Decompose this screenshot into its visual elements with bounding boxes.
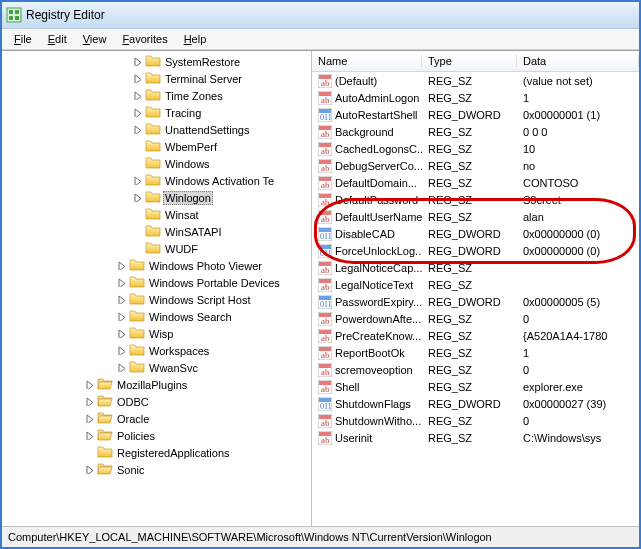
cell-type: REG_DWORD	[422, 109, 517, 121]
tree-item[interactable]: SystemRestore	[4, 53, 311, 70]
list-row[interactable]: DefaultDomain...REG_SZCONTOSO	[312, 174, 639, 191]
tree-item[interactable]: Windows Search	[4, 308, 311, 325]
expand-icon[interactable]	[116, 345, 127, 356]
value-name: ShutdownFlags	[335, 398, 411, 410]
list-row[interactable]: AutoAdminLogonREG_SZ1	[312, 89, 639, 106]
tree-item[interactable]: Windows Portable Devices	[4, 274, 311, 291]
list-row[interactable]: scremoveoptionREG_SZ0	[312, 361, 639, 378]
list-row[interactable]: DebugServerCo...REG_SZno	[312, 157, 639, 174]
menu-view[interactable]: View	[75, 31, 115, 47]
expand-icon[interactable]	[132, 192, 143, 203]
body: SystemRestoreTerminal ServerTime ZonesTr…	[2, 50, 639, 526]
col-data[interactable]: Data	[517, 55, 639, 67]
tree-item[interactable]: WbemPerf	[4, 138, 311, 155]
expand-icon[interactable]	[84, 396, 95, 407]
tree-item[interactable]: Windows Script Host	[4, 291, 311, 308]
expand-icon[interactable]	[132, 73, 143, 84]
list-row[interactable]: UserinitREG_SZC:\Windows\sys	[312, 429, 639, 446]
tree-label: WwanSvc	[147, 362, 200, 374]
list-row[interactable]: ShutdownWitho...REG_SZ0	[312, 412, 639, 429]
expand-icon[interactable]	[84, 430, 95, 441]
folder-icon	[145, 121, 163, 139]
menu-edit[interactable]: Edit	[40, 31, 75, 47]
value-name: PasswordExpiry...	[335, 296, 422, 308]
expand-icon[interactable]	[132, 56, 143, 67]
tree-item[interactable]: Terminal Server	[4, 70, 311, 87]
cell-name: Userinit	[312, 431, 422, 445]
tree-item[interactable]: WwanSvc	[4, 359, 311, 376]
tree-item[interactable]: Policies	[4, 427, 311, 444]
cell-data: 0x00000005 (5)	[517, 296, 639, 308]
list-row[interactable]: DisableCADREG_DWORD0x00000000 (0)	[312, 225, 639, 242]
tree-item[interactable]: Winsat	[4, 206, 311, 223]
tree-item[interactable]: Tracing	[4, 104, 311, 121]
tree-pane[interactable]: SystemRestoreTerminal ServerTime ZonesTr…	[2, 51, 312, 526]
expand-icon[interactable]	[132, 175, 143, 186]
tree-item[interactable]: Workspaces	[4, 342, 311, 359]
tree-item[interactable]: UnattendSettings	[4, 121, 311, 138]
titlebar[interactable]: Registry Editor	[2, 2, 639, 29]
tree-item[interactable]: Winlogon	[4, 189, 311, 206]
cell-type: REG_SZ	[422, 177, 517, 189]
col-type[interactable]: Type	[422, 55, 517, 67]
list-row[interactable]: ForceUnlockLog...REG_DWORD0x00000000 (0)	[312, 242, 639, 259]
list-row[interactable]: CachedLogonsC...REG_SZ10	[312, 140, 639, 157]
list-row[interactable]: ShellREG_SZexplorer.exe	[312, 378, 639, 395]
tree-item[interactable]: Sonic	[4, 461, 311, 478]
tree-item[interactable]: WinSATAPI	[4, 223, 311, 240]
list-row[interactable]: (Default)REG_SZ(value not set)	[312, 72, 639, 89]
string-value-icon	[318, 210, 332, 224]
cell-type: REG_SZ	[422, 160, 517, 172]
col-name[interactable]: Name	[312, 55, 422, 67]
menu-help[interactable]: Help	[176, 31, 215, 47]
tree-item[interactable]: Windows	[4, 155, 311, 172]
list-row[interactable]: DefaultPasswordREG_SZS3creet	[312, 191, 639, 208]
cell-data: 0x00000001 (1)	[517, 109, 639, 121]
expand-icon[interactable]	[84, 379, 95, 390]
folder-icon	[129, 291, 147, 309]
list-row[interactable]: PreCreateKnow...REG_SZ{A520A1A4-1780	[312, 327, 639, 344]
expand-icon[interactable]	[116, 311, 127, 322]
expand-icon[interactable]	[116, 294, 127, 305]
string-value-icon	[318, 380, 332, 394]
tree-item[interactable]: Windows Activation Te	[4, 172, 311, 189]
tree-item[interactable]: Oracle	[4, 410, 311, 427]
cell-data: (value not set)	[517, 75, 639, 87]
string-value-icon	[318, 329, 332, 343]
tree-item[interactable]: ODBC	[4, 393, 311, 410]
list-row[interactable]: LegalNoticeCap...REG_SZ	[312, 259, 639, 276]
expand-icon[interactable]	[116, 277, 127, 288]
expand-icon[interactable]	[84, 464, 95, 475]
tree-item[interactable]: WUDF	[4, 240, 311, 257]
expand-icon[interactable]	[132, 107, 143, 118]
list-row[interactable]: ReportBootOkREG_SZ1	[312, 344, 639, 361]
list-row[interactable]: AutoRestartShellREG_DWORD0x00000001 (1)	[312, 106, 639, 123]
list-row[interactable]: PasswordExpiry...REG_DWORD0x00000005 (5)	[312, 293, 639, 310]
expand-icon[interactable]	[116, 260, 127, 271]
list-pane[interactable]: Name Type Data (Default)REG_SZ(value not…	[312, 51, 639, 526]
cell-data: CONTOSO	[517, 177, 639, 189]
expand-icon[interactable]	[116, 328, 127, 339]
menu-favorites[interactable]: Favorites	[114, 31, 175, 47]
tree-item[interactable]: Windows Photo Viewer	[4, 257, 311, 274]
cell-type: REG_SZ	[422, 194, 517, 206]
menu-file[interactable]: File	[6, 31, 40, 47]
tree-item[interactable]: MozillaPlugins	[4, 376, 311, 393]
list-row[interactable]: BackgroundREG_SZ0 0 0	[312, 123, 639, 140]
list-row[interactable]: ShutdownFlagsREG_DWORD0x00000027 (39)	[312, 395, 639, 412]
dword-value-icon	[318, 244, 332, 258]
cell-data: explorer.exe	[517, 381, 639, 393]
cell-name: DefaultPassword	[312, 193, 422, 207]
tree-item[interactable]: Wisp	[4, 325, 311, 342]
value-name: scremoveoption	[335, 364, 413, 376]
expand-icon[interactable]	[132, 90, 143, 101]
list-row[interactable]: PowerdownAfte...REG_SZ0	[312, 310, 639, 327]
expand-icon[interactable]	[116, 362, 127, 373]
tree-item[interactable]: RegisteredApplications	[4, 444, 311, 461]
tree-item[interactable]: Time Zones	[4, 87, 311, 104]
expand-icon[interactable]	[132, 124, 143, 135]
expand-icon[interactable]	[84, 413, 95, 424]
cell-data: 0x00000027 (39)	[517, 398, 639, 410]
list-row[interactable]: LegalNoticeTextREG_SZ	[312, 276, 639, 293]
list-row[interactable]: DefaultUserNameREG_SZalan	[312, 208, 639, 225]
